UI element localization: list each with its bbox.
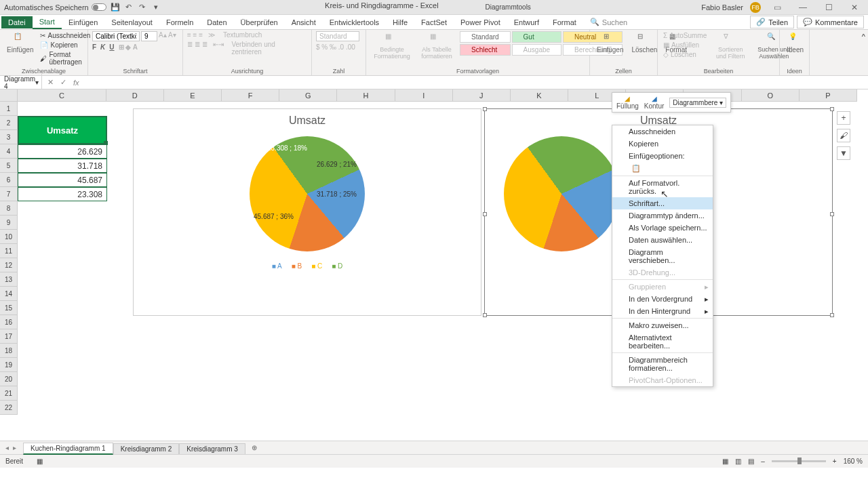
mini-toolbar[interactable]: ◢Füllung ◢Kontur Diagrammbere ▾ xyxy=(612,92,731,113)
save-icon[interactable]: 💾 xyxy=(111,3,120,12)
view-normal-icon[interactable]: ▦ xyxy=(722,458,728,465)
cancel-fx-icon[interactable]: ✕ xyxy=(47,78,54,87)
close-icon[interactable]: ✕ xyxy=(845,1,864,14)
tab-daten[interactable]: Daten xyxy=(200,16,233,28)
group-alignment-label: Ausrichtung xyxy=(187,67,307,75)
font-size-input[interactable] xyxy=(141,31,157,41)
ctx-send-back[interactable]: In den Hintergrund▸ xyxy=(612,305,713,317)
enter-fx-icon[interactable]: ✓ xyxy=(60,78,66,87)
tab-ansicht[interactable]: Ansicht xyxy=(285,16,323,28)
zoom-in-icon[interactable]: + xyxy=(833,458,837,465)
copy-button[interactable]: 📄 Kopieren xyxy=(39,41,92,49)
tab-file[interactable]: Datei xyxy=(1,16,33,28)
zoom-level[interactable]: 160 % xyxy=(844,458,863,465)
view-page-layout-icon[interactable]: ▥ xyxy=(735,458,741,465)
style-schlecht[interactable]: Schlecht xyxy=(460,44,511,56)
delete-cells-button[interactable]: ⊟Löschen xyxy=(629,31,660,55)
tab-einfuegen[interactable]: Einfügen xyxy=(62,16,104,28)
qat-customize-icon[interactable]: ▾ xyxy=(151,3,161,12)
macro-record-icon[interactable]: ▦ xyxy=(37,458,43,465)
add-sheet-button[interactable]: ⊕ xyxy=(248,443,260,453)
paste-button[interactable]: 📋Einfügen xyxy=(4,31,36,55)
tab-start[interactable]: Start xyxy=(33,16,62,29)
ribbon: 📋Einfügen ✂ Ausschneiden 📄 Kopieren 🖌 Fo… xyxy=(0,30,868,76)
undo-icon[interactable]: ↶ xyxy=(124,3,134,12)
group-editing-label: Bearbeiten xyxy=(662,67,775,75)
chart-filter-button[interactable]: ▼ xyxy=(837,146,850,160)
row-headers[interactable]: 12345678910111213141516171819202122 xyxy=(0,102,18,415)
cell-c6[interactable]: 23.308 xyxy=(18,187,107,201)
group-ideas-label: Ideen xyxy=(784,67,805,75)
tab-seitenlayout[interactable]: Seitenlayout xyxy=(104,16,159,28)
ctx-paste-icon[interactable]: 📋 xyxy=(612,162,713,175)
ctx-cut[interactable]: Ausschneiden xyxy=(612,125,713,138)
chart-styles-button[interactable]: 🖌 xyxy=(837,129,850,142)
sheet-tab-3[interactable]: Kreisdiagramm 3 xyxy=(179,443,245,454)
document-title: Kreis- und Ringdiagramme - Excel xyxy=(325,1,439,13)
group-number-label: Zahl xyxy=(316,67,361,75)
ctx-bring-front[interactable]: In den Vordergrund▸ xyxy=(612,293,713,305)
font-name-input[interactable] xyxy=(92,31,140,41)
fx-icon[interactable]: fx xyxy=(73,79,79,87)
maximize-icon[interactable]: ☐ xyxy=(819,1,838,14)
fill-icon[interactable]: ◢Füllung xyxy=(616,95,639,110)
ctx-change-type[interactable]: Diagrammtyp ändern... xyxy=(612,209,713,222)
tab-formeln[interactable]: Formeln xyxy=(159,16,200,28)
ctx-paste-options[interactable]: Einfügeoptionen: xyxy=(612,150,713,162)
search-icon[interactable]: 🔍 xyxy=(590,18,599,26)
tab-entwicklertools[interactable]: Entwicklertools xyxy=(323,16,386,28)
ctx-edit-alttext[interactable]: Alternativtext bearbeiten... xyxy=(612,331,713,352)
style-ausgabe[interactable]: Ausgabe xyxy=(512,44,561,56)
tab-factset[interactable]: FactSet xyxy=(414,16,454,28)
comments-button[interactable]: 💬 Kommentare xyxy=(797,16,864,28)
cell-c3[interactable]: 26.629 xyxy=(18,144,107,159)
ctx-copy[interactable]: Kopieren xyxy=(612,138,713,150)
zoom-out-icon[interactable]: – xyxy=(761,458,765,465)
ctx-format-area[interactable]: Diagrammbereich formatieren... xyxy=(612,354,713,374)
sheet-tab-2[interactable]: Kreisdiagramm 2 xyxy=(113,443,180,454)
outline-icon[interactable]: ◢Kontur xyxy=(644,95,664,110)
redo-icon[interactable]: ↷ xyxy=(138,3,147,12)
chart-area-select[interactable]: Diagrammbere ▾ xyxy=(669,98,726,108)
chart-1[interactable]: Umsatz 26.629 ; 21% 31.718 ; 25% 45.687 … xyxy=(133,108,481,316)
tab-ueberpruefen[interactable]: Überprüfen xyxy=(234,16,285,28)
chart-elements-button[interactable]: + xyxy=(837,111,850,125)
grid[interactable]: Umsatz 26.629 31.718 45.687 23.308 Umsat… xyxy=(18,102,857,441)
cut-button[interactable]: ✂ Ausschneiden xyxy=(39,31,92,40)
tab-nav-next-icon[interactable]: ▸ xyxy=(13,444,16,451)
format-as-table-button: ▦Als Tabelle formatieren xyxy=(415,31,458,61)
ctx-assign-macro[interactable]: Makro zuweisen... xyxy=(612,319,713,331)
style-standard[interactable]: Standard xyxy=(460,31,511,43)
ctx-save-template[interactable]: Als Vorlage speichern... xyxy=(612,222,713,234)
tab-hilfe[interactable]: Hilfe xyxy=(386,16,414,28)
tab-entwurf[interactable]: Entwurf xyxy=(507,16,546,28)
style-gut[interactable]: Gut xyxy=(512,31,561,43)
cell-c4[interactable]: 31.718 xyxy=(18,159,107,173)
ideas-button[interactable]: 💡Ideen xyxy=(784,31,806,55)
zoom-slider[interactable] xyxy=(772,460,826,462)
statusbar: Bereit ▦ ▦ ▥ ▤ – + 160 % xyxy=(0,454,868,468)
select-all-corner[interactable] xyxy=(0,89,18,102)
collapse-ribbon-icon[interactable]: ^ xyxy=(862,33,865,41)
minimize-icon[interactable]: — xyxy=(793,1,812,14)
tab-format[interactable]: Format xyxy=(546,16,583,28)
insert-cells-button[interactable]: ⊞Einfügen xyxy=(594,31,626,55)
cell-header-umsatz[interactable]: Umsatz xyxy=(18,116,107,144)
tab-nav-prev-icon[interactable]: ◂ xyxy=(5,444,9,451)
context-menu: Ausschneiden Kopieren Einfügeoptionen: 📋… xyxy=(612,125,713,387)
group-cells-label: Zellen xyxy=(594,67,653,75)
tab-powerpivot[interactable]: Power Pivot xyxy=(454,16,507,28)
share-button[interactable]: 🔗 Teilen xyxy=(750,16,794,28)
sheet-tab-1[interactable]: Kuchen-Ringdiagramm 1 xyxy=(23,443,113,455)
column-headers[interactable]: CDEFGHIJKLMNOP xyxy=(18,89,857,102)
ctx-select-data[interactable]: Daten auswählen... xyxy=(612,234,713,246)
user-avatar[interactable]: FB xyxy=(750,2,761,13)
formatpainter-button[interactable]: 🖌 Format übertragen xyxy=(39,50,92,66)
autosave-toggle[interactable]: Automatisches Speichern xyxy=(4,3,106,12)
name-box[interactable]: Diagramm 4▾ xyxy=(0,74,42,92)
ctx-move-chart[interactable]: Diagramm verschieben... xyxy=(612,246,713,266)
view-page-break-icon[interactable]: ▤ xyxy=(748,458,754,465)
cell-c5[interactable]: 45.687 xyxy=(18,173,107,187)
ribbon-display-icon[interactable]: ▭ xyxy=(768,1,787,14)
search-label[interactable]: Suchen xyxy=(602,18,627,26)
